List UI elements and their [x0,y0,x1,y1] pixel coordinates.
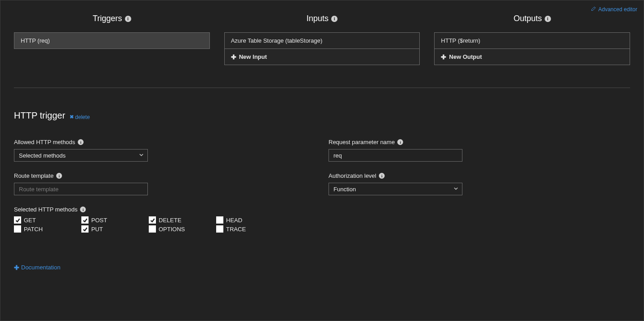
info-icon[interactable]: i [545,16,551,22]
selected-methods-label: Selected HTTP methods i [14,206,329,213]
allowed-methods-value: Selected methods [19,152,66,159]
auth-level-select[interactable]: Function [329,183,462,195]
method-label: POST [91,217,107,224]
output-item-label: HTTP ($return) [441,37,480,44]
route-template-label: Route template i [14,172,329,179]
triggers-column: Triggers i HTTP (req) [14,14,210,65]
method-checkbox-patch[interactable]: PATCH [14,225,81,233]
add-input-label: New Input [239,53,267,60]
documentation-link[interactable]: ✚ Documentation [14,264,329,271]
method-label: DELETE [159,217,182,224]
checkbox-icon [81,225,89,233]
close-icon: ✖ [70,114,74,120]
method-label: TRACE [226,226,246,233]
output-item-http[interactable]: HTTP ($return) [434,32,630,49]
method-checkbox-head[interactable]: HEAD [216,216,284,224]
input-item-label: Azure Table Storage (tableStorage) [231,37,323,44]
checkbox-icon [216,216,223,224]
info-icon[interactable]: i [80,207,86,212]
chevron-down-icon [453,186,458,193]
delete-trigger-link[interactable]: ✖ delete [70,114,90,120]
method-label: GET [24,217,36,224]
advanced-editor-label: Advanced editor [598,6,637,13]
auth-level-label: Authorization level i [329,172,630,179]
add-output-button[interactable]: ✚ New Output [434,49,630,65]
method-checkbox-trace[interactable]: TRACE [216,225,284,233]
add-input-button[interactable]: ✚ New Input [224,49,420,65]
plus-icon: ✚ [441,54,446,60]
method-checkbox-post[interactable]: POST [81,216,149,224]
request-param-input[interactable] [333,152,457,159]
trigger-item-http[interactable]: HTTP (req) [14,32,210,49]
outputs-title-text: Outputs [514,14,542,23]
info-icon[interactable]: i [331,16,338,22]
request-param-input-wrap [329,149,462,162]
method-checkbox-get[interactable]: GET [14,216,81,224]
checkbox-icon [216,225,223,233]
chevron-down-icon [139,152,144,159]
checkbox-icon [14,225,21,233]
info-icon[interactable]: i [379,173,385,179]
edit-icon [591,6,596,13]
checkbox-icon [81,216,89,224]
checkbox-icon [149,225,156,233]
inputs-title: Inputs i [306,14,338,23]
info-icon[interactable]: i [56,173,62,179]
checkbox-icon [149,216,156,224]
trigger-item-label: HTTP (req) [21,37,50,44]
method-label: OPTIONS [159,226,185,233]
method-label: PUT [91,226,103,233]
auth-level-value: Function [333,186,356,193]
method-checkbox-put[interactable]: PUT [81,225,149,233]
advanced-editor-link[interactable]: Advanced editor [591,6,637,13]
inputs-title-text: Inputs [306,14,329,23]
request-param-label: Request parameter name i [329,139,630,145]
route-template-input-wrap [14,183,148,195]
inputs-column: Inputs i Azure Table Storage (tableStora… [224,14,420,65]
info-icon[interactable]: i [78,139,84,145]
outputs-column: Outputs i HTTP ($return) ✚ New Output [434,14,630,65]
triggers-title-text: Triggers [93,14,122,23]
method-checkbox-options[interactable]: OPTIONS [149,225,216,233]
plus-icon: ✚ [14,264,19,271]
allowed-methods-select[interactable]: Selected methods [14,149,148,162]
detail-title: HTTP trigger [14,110,65,121]
method-checkbox-delete[interactable]: DELETE [149,216,216,224]
info-icon[interactable]: i [397,139,403,145]
checkbox-icon [14,216,21,224]
delete-label: delete [75,114,90,120]
info-icon[interactable]: i [125,16,131,22]
add-output-label: New Output [449,53,482,60]
method-label: PATCH [24,226,43,233]
plus-icon: ✚ [231,54,236,60]
input-item-tablestorage[interactable]: Azure Table Storage (tableStorage) [224,32,420,49]
triggers-title: Triggers i [93,14,131,23]
route-template-input[interactable] [19,186,143,193]
documentation-label: Documentation [21,264,60,271]
outputs-title: Outputs i [514,14,551,23]
allowed-methods-label: Allowed HTTP methods i [14,139,329,145]
method-label: HEAD [226,217,242,224]
